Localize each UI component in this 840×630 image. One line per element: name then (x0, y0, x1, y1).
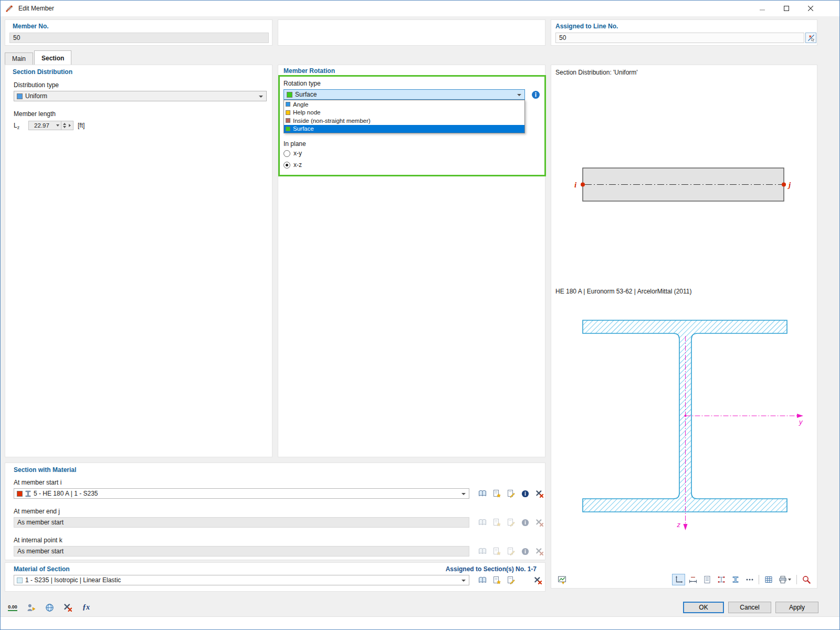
dropdown-option-angle[interactable]: Angle (284, 100, 524, 109)
close-button[interactable] (799, 1, 823, 16)
material-library-button[interactable] (477, 575, 488, 585)
show-section-values-button[interactable] (700, 574, 713, 585)
graphic-icon (558, 575, 566, 584)
info-icon (531, 90, 540, 99)
option-label: Surface (293, 125, 314, 132)
dropdown-option-inside[interactable]: Inside (non-straight member) (284, 117, 524, 125)
tab-bar: Main Section (5, 50, 72, 65)
delete-section-button[interactable] (533, 546, 545, 556)
start-section-buttons (477, 488, 545, 499)
section-info-button[interactable] (519, 546, 531, 556)
minimize-button[interactable] (750, 1, 774, 16)
delete-section-button[interactable] (533, 488, 545, 499)
tab-section[interactable]: Section (34, 50, 71, 65)
material-select[interactable]: 1 - S235 | Isotropic | Linear Elastic (14, 575, 469, 585)
axis-z-label: z (677, 521, 681, 529)
end-section-field[interactable]: As member start (14, 517, 469, 528)
new-material-button[interactable] (491, 575, 502, 585)
select-line-button[interactable] (805, 33, 816, 43)
start-section-label: At member start i (14, 479, 61, 486)
distribution-type-select[interactable]: Uniform (14, 91, 267, 101)
member-length-input[interactable]: 22.97 (28, 121, 74, 130)
material-heading: Material of Section (14, 565, 70, 573)
edit-section-button[interactable] (505, 517, 517, 528)
plane-xz-radio[interactable]: x-z (284, 161, 302, 169)
member-rotation-highlight-box: Rotation type Surface Angle Help node (278, 75, 546, 176)
values-page-icon (703, 575, 711, 584)
show-stress-points-button[interactable] (715, 574, 728, 585)
edit-pencil-icon (507, 576, 515, 584)
rotation-type-select[interactable]: Surface (284, 89, 525, 100)
end-section-value: As member start (17, 519, 64, 526)
maximize-button[interactable] (774, 1, 799, 16)
start-section-select[interactable]: 5 - HE 180 A | 1 - S235 (14, 488, 469, 499)
spin-up-down-control[interactable] (61, 123, 68, 128)
spin-down-icon (63, 126, 66, 128)
delete-material-button[interactable] (532, 575, 543, 585)
show-section-outline-button[interactable] (729, 574, 742, 585)
rotation-info-button[interactable] (531, 90, 540, 99)
section-preview-drawing: y z (551, 304, 818, 546)
member-length-label: Member length (14, 110, 56, 118)
dropdown-option-help-node[interactable]: Help node (284, 109, 524, 117)
edit-section-button[interactable] (505, 488, 517, 499)
assigned-line-value: 50 (559, 34, 566, 41)
save-graphic-button[interactable] (555, 574, 569, 585)
section-info-button[interactable] (519, 488, 531, 499)
new-section-button[interactable] (491, 546, 502, 556)
rotation-type-label: Rotation type (284, 80, 321, 87)
member-no-input[interactable]: 50 (9, 33, 269, 43)
option-color-swatch (286, 110, 290, 115)
assigned-line-input[interactable]: 50 (555, 33, 804, 43)
ok-button[interactable]: OK (683, 602, 724, 613)
edit-material-button[interactable] (505, 575, 517, 585)
section-library-button[interactable] (477, 488, 488, 499)
spin-expand-icon[interactable] (69, 124, 71, 127)
section-library-button[interactable] (477, 546, 488, 556)
length-symbol: Lz (14, 122, 19, 130)
formula-button[interactable]: ƒx (79, 602, 93, 613)
library-book-icon (478, 518, 487, 527)
chevron-down-icon[interactable] (56, 124, 59, 127)
delete-x-icon (536, 519, 543, 527)
library-book-icon (478, 547, 487, 555)
library-book-icon (478, 576, 487, 584)
print-button[interactable] (776, 574, 794, 585)
section-info-button[interactable] (519, 517, 531, 528)
axis-y-label: y (799, 418, 803, 426)
assigned-sections-note: Assigned to Section(s) No. 1-7 (446, 565, 537, 573)
stress-points-icon (717, 575, 726, 584)
option-label: Help node (293, 109, 320, 116)
decimal-places-button[interactable]: 0.00 (6, 602, 19, 613)
find-button[interactable] (800, 574, 813, 585)
dropdown-option-surface[interactable]: Surface (284, 125, 524, 133)
show-axes-button[interactable] (672, 574, 685, 585)
apply-to-selected-button[interactable] (24, 602, 38, 613)
show-grid-button[interactable] (762, 574, 775, 585)
show-numbering-button[interactable] (743, 574, 756, 585)
bottom-toolbar: 0.00 ƒx (6, 602, 93, 613)
edit-section-button[interactable] (505, 546, 517, 556)
edit-pencil-icon (507, 547, 515, 555)
apply-button[interactable]: Apply (775, 602, 818, 613)
tab-main[interactable]: Main (5, 52, 33, 65)
new-section-button[interactable] (491, 488, 502, 499)
node-i-label: i (574, 181, 577, 189)
plane-xy-radio[interactable]: x-y (284, 150, 302, 157)
internal-section-field[interactable]: As member start (14, 546, 469, 556)
internal-section-value: As member start (17, 548, 64, 555)
title-bar: Edit Member (1, 1, 839, 16)
delete-x-icon (536, 490, 543, 498)
edit-pencil-icon (507, 518, 515, 527)
new-section-button[interactable] (491, 517, 502, 528)
delete-x-icon (534, 576, 542, 584)
axes-icon (675, 575, 683, 584)
global-settings-button[interactable] (43, 602, 56, 613)
show-dimensions-button[interactable] (686, 574, 699, 585)
member-no-label: Member No. (13, 23, 49, 30)
cancel-button[interactable]: Cancel (728, 602, 771, 613)
member-app-icon (5, 4, 14, 13)
delete-member-button[interactable] (61, 602, 75, 613)
delete-section-button[interactable] (533, 517, 545, 528)
section-library-button[interactable] (477, 517, 488, 528)
